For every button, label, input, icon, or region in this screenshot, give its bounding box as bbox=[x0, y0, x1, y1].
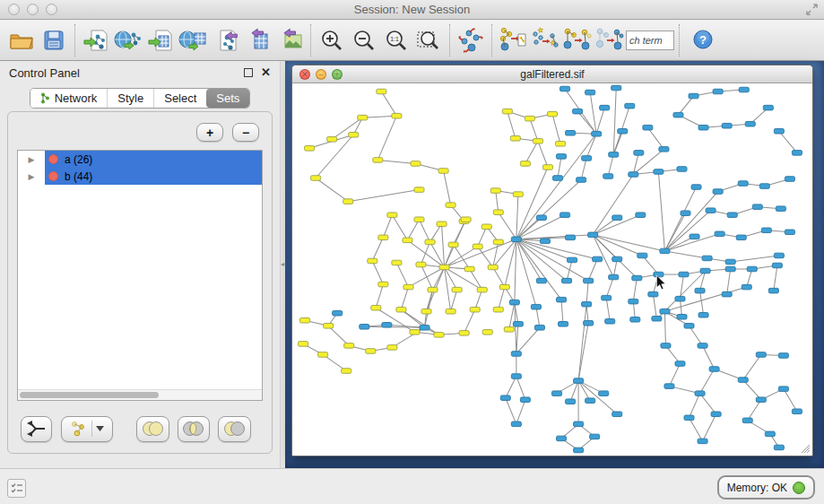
set-intersection-button[interactable] bbox=[178, 416, 211, 442]
export-table-button[interactable] bbox=[241, 23, 273, 57]
list-item[interactable]: ▶ a (26) bbox=[18, 151, 262, 168]
tab-label: Sets bbox=[216, 91, 239, 105]
zoom-in-button[interactable] bbox=[316, 23, 348, 57]
create-set-from-network-dropdown-button[interactable] bbox=[61, 416, 113, 442]
graph-node bbox=[599, 391, 609, 396]
graph-node bbox=[585, 90, 595, 95]
task-history-button[interactable] bbox=[7, 479, 26, 498]
graph-node bbox=[358, 115, 368, 120]
network-tab-icon bbox=[40, 92, 50, 104]
export-image-button[interactable] bbox=[273, 23, 306, 57]
new-network-selected-nodes-selected-edges-button[interactable] bbox=[594, 23, 626, 57]
set-difference-button[interactable] bbox=[218, 416, 251, 442]
zoom-out-button[interactable] bbox=[348, 23, 380, 57]
add-set-button[interactable]: + bbox=[196, 123, 223, 142]
zoom-fit-button[interactable] bbox=[412, 23, 445, 57]
tab-sets[interactable]: Sets bbox=[206, 89, 249, 108]
import-network-file-button[interactable] bbox=[80, 23, 112, 57]
toolbar-separator bbox=[491, 24, 492, 56]
graph-node bbox=[342, 369, 351, 374]
graph-node bbox=[689, 93, 698, 99]
set-union-button[interactable] bbox=[136, 416, 169, 442]
float-panel-button[interactable] bbox=[244, 68, 253, 77]
graph-node bbox=[785, 177, 794, 182]
open-session-button[interactable] bbox=[5, 23, 38, 57]
import-network-web-button[interactable] bbox=[112, 23, 144, 57]
graph-node bbox=[774, 128, 784, 134]
graph-node bbox=[625, 103, 635, 109]
graph-node bbox=[533, 139, 542, 144]
zoom-actual-size-button[interactable]: 1:1 bbox=[380, 23, 412, 57]
graph-node bbox=[560, 86, 570, 91]
graph-node bbox=[675, 296, 685, 301]
graph-node bbox=[677, 167, 687, 172]
tab-select[interactable]: Select bbox=[153, 89, 206, 108]
close-panel-button[interactable]: ✕ bbox=[261, 68, 271, 77]
scrollbar-thumb[interactable] bbox=[20, 392, 159, 398]
remove-set-button[interactable]: − bbox=[232, 123, 259, 142]
graph-node bbox=[661, 343, 671, 349]
list-item[interactable]: ▶ b (44) bbox=[18, 168, 262, 185]
graph-node bbox=[392, 113, 402, 118]
help-button[interactable]: ? bbox=[691, 29, 715, 52]
graph-node bbox=[681, 211, 690, 216]
graph-node bbox=[609, 152, 619, 158]
graph-node bbox=[551, 391, 561, 396]
save-session-button[interactable] bbox=[38, 23, 70, 57]
tab-network[interactable]: Network bbox=[30, 89, 108, 108]
split-set-button[interactable] bbox=[21, 416, 52, 442]
memory-ok-led bbox=[793, 482, 805, 494]
horizontal-scrollbar[interactable] bbox=[18, 389, 262, 400]
import-table-web-button[interactable] bbox=[177, 23, 209, 57]
app-titlebar[interactable]: Session: New Session bbox=[0, 0, 824, 20]
export-table-icon bbox=[244, 28, 271, 53]
search-input[interactable] bbox=[626, 30, 674, 50]
graph-node bbox=[745, 121, 755, 126]
control-panel: Control Panel ✕ Network Style Select Set… bbox=[0, 61, 280, 468]
graph-node bbox=[562, 278, 572, 283]
task-checklist-icon bbox=[11, 482, 23, 494]
sets-list[interactable]: ▶ a (26) ▶ b (44) bbox=[17, 150, 263, 401]
graph-node bbox=[499, 284, 509, 290]
apply-layout-button[interactable] bbox=[455, 23, 487, 57]
toolbar-separator bbox=[679, 24, 680, 56]
tab-label: Select bbox=[164, 91, 196, 105]
fullscreen-icon[interactable] bbox=[805, 3, 819, 16]
graph-node bbox=[470, 307, 480, 312]
network-canvas[interactable] bbox=[292, 83, 812, 456]
graph-node bbox=[592, 132, 602, 137]
splitter-collapse-icon[interactable]: ◂ bbox=[281, 260, 284, 268]
graph-node bbox=[300, 318, 310, 324]
graph-node bbox=[477, 287, 487, 292]
graph-node bbox=[612, 256, 622, 262]
graph-node bbox=[742, 284, 751, 290]
graph-node bbox=[577, 178, 586, 183]
expand-arrow-icon[interactable]: ▶ bbox=[18, 155, 45, 164]
expand-arrow-icon[interactable]: ▶ bbox=[18, 172, 45, 181]
graph-node bbox=[629, 172, 638, 178]
network-frame-titlebar[interactable]: ✕ − + galFiltered.sif bbox=[292, 65, 812, 83]
graph-node bbox=[344, 343, 354, 349]
graph-node bbox=[618, 128, 628, 134]
zoom-in-icon bbox=[320, 29, 343, 52]
export-network-button[interactable] bbox=[209, 23, 241, 57]
graph-node bbox=[574, 378, 584, 384]
graph-node bbox=[553, 176, 563, 181]
tab-style[interactable]: Style bbox=[107, 89, 153, 108]
select-first-neighbors-button[interactable] bbox=[529, 23, 561, 57]
import-table-file-button[interactable] bbox=[144, 23, 177, 57]
graph-node bbox=[727, 213, 737, 218]
graph-node bbox=[648, 291, 658, 297]
new-network-from-selection-button[interactable] bbox=[497, 23, 529, 57]
zoom-out-icon bbox=[352, 29, 376, 52]
graph-node bbox=[584, 278, 594, 283]
memory-status-button[interactable]: Memory: OK bbox=[717, 475, 815, 500]
graph-node bbox=[778, 353, 788, 359]
resize-grip[interactable] bbox=[800, 443, 811, 454]
graph-node bbox=[425, 239, 435, 245]
new-network-selected-nodes-all-edges-button[interactable] bbox=[561, 23, 594, 57]
graph-node bbox=[416, 262, 426, 267]
network-graph[interactable] bbox=[292, 83, 812, 456]
select-first-neighbors-icon bbox=[531, 27, 559, 54]
tab-label: Style bbox=[117, 91, 143, 105]
